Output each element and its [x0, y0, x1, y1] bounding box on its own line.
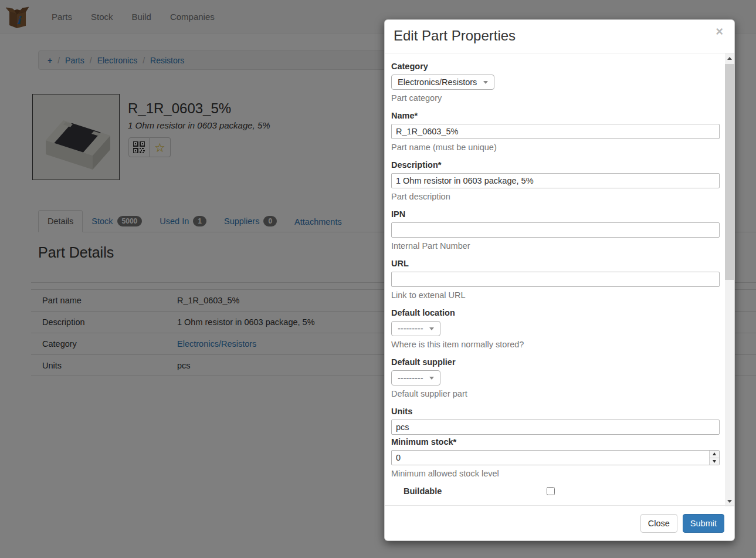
field-category: Category Electronics/Resistors Part cate…	[391, 62, 720, 103]
field-url: URL Link to extenal URL	[391, 259, 720, 300]
field-label: URL	[391, 259, 720, 268]
field-help: Part name (must be unique)	[391, 143, 720, 152]
field-minimum-stock: Minimum stock* Minimum allowed stock lev…	[391, 437, 720, 478]
close-button[interactable]: Close	[640, 514, 677, 533]
selected-value: ---------	[398, 373, 423, 383]
description-input[interactable]	[391, 173, 720, 188]
name-input[interactable]	[391, 124, 720, 139]
field-buildable: Buildable	[404, 486, 720, 496]
field-help: Internal Part Number	[391, 241, 720, 251]
field-default-location: Default location --------- Where is this…	[391, 308, 720, 349]
field-label: Name*	[391, 111, 720, 120]
selected-value: Electronics/Resistors	[398, 77, 477, 87]
category-select[interactable]: Electronics/Resistors	[391, 75, 494, 90]
close-icon[interactable]: ×	[712, 25, 727, 39]
field-label: Buildable	[404, 486, 547, 496]
edit-part-modal: Edit Part Properties × Category Electron…	[384, 19, 735, 541]
field-help: Default supplier part	[391, 389, 720, 398]
field-description: Description* Part description	[391, 160, 720, 201]
modal-body: Category Electronics/Resistors Part cate…	[385, 53, 726, 506]
field-help: Part category	[391, 93, 720, 103]
field-label: Default location	[391, 308, 720, 317]
buildable-checkbox[interactable]	[547, 487, 555, 495]
minimum-stock-input[interactable]	[391, 450, 720, 465]
chevron-down-icon	[727, 500, 732, 503]
chevron-down-icon	[483, 81, 488, 84]
spinner-up-button[interactable]	[710, 451, 719, 458]
url-input[interactable]	[391, 272, 720, 287]
field-label: Units	[391, 407, 720, 416]
field-label: Description*	[391, 160, 720, 170]
field-help: Minimum allowed stock level	[391, 469, 720, 478]
default-supplier-select[interactable]: ---------	[391, 370, 440, 385]
default-location-select[interactable]: ---------	[391, 321, 440, 336]
scrollbar-up-button[interactable]	[725, 53, 734, 63]
field-label: IPN	[391, 209, 720, 219]
modal-header: Edit Part Properties ×	[385, 20, 734, 53]
spinner-down-button[interactable]	[710, 458, 719, 465]
screen: i Parts Stock Build Companies + / Parts …	[0, 0, 756, 558]
ipn-input[interactable]	[391, 222, 720, 238]
arrow-up-icon	[713, 452, 716, 455]
modal-scrollbar[interactable]	[725, 53, 734, 506]
field-help: Where is this item normally stored?	[391, 340, 720, 349]
field-label: Category	[391, 62, 720, 71]
modal-title: Edit Part Properties	[394, 28, 726, 44]
field-units: Units	[391, 407, 720, 435]
field-default-supplier: Default supplier --------- Default suppl…	[391, 357, 720, 398]
submit-button[interactable]: Submit	[683, 514, 724, 533]
field-label: Default supplier	[391, 357, 720, 367]
number-spinner	[709, 451, 719, 465]
modal-footer: Close Submit	[385, 505, 734, 540]
chevron-down-icon	[429, 377, 434, 380]
scrollbar-thumb[interactable]	[725, 64, 734, 280]
selected-value: ---------	[398, 324, 423, 333]
chevron-down-icon	[429, 327, 434, 330]
units-input[interactable]	[391, 420, 720, 435]
field-ipn: IPN Internal Part Number	[391, 209, 720, 251]
field-name: Name* Part name (must be unique)	[391, 111, 720, 152]
arrow-down-icon	[713, 460, 716, 463]
chevron-up-icon	[727, 57, 732, 60]
field-help: Part description	[391, 192, 720, 201]
field-label: Minimum stock*	[391, 437, 720, 447]
field-help: Link to extenal URL	[391, 290, 720, 300]
